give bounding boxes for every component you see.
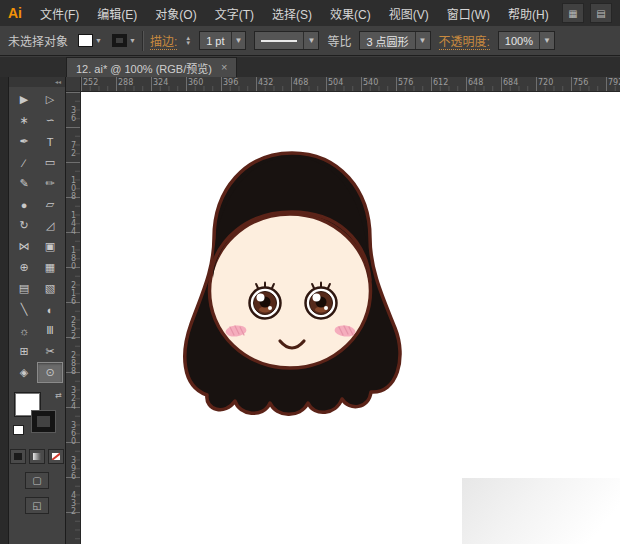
tool-artboard[interactable]: ⊞ — [11, 341, 37, 362]
tool-lasso[interactable]: ∽ — [37, 110, 63, 131]
selection-status: 未选择对象 — [8, 32, 68, 49]
tools-panel-header[interactable]: ◂◂ — [9, 77, 65, 87]
control-bar: 未选择对象 ▼ ▼ 描边: ▲ ▼ 1 pt ▼ ▼ 等比 3 点圆形 ▼ — [0, 26, 620, 56]
tool-width[interactable]: ⋈ — [11, 236, 37, 257]
tool-type[interactable]: T — [37, 131, 63, 152]
stroke-proxy-swatch[interactable] — [32, 411, 55, 432]
canvas[interactable] — [81, 92, 620, 544]
menu-edit[interactable]: 编辑(E) — [88, 0, 146, 26]
menu-bar: Ai 文件(F)编辑(E)对象(O)文字(T)选择(S)效果(C)视图(V)窗口… — [0, 0, 620, 27]
tool-rectangle[interactable]: ▭ — [37, 152, 63, 173]
stroke-width-stepper[interactable]: ▲ ▼ — [185, 36, 191, 46]
opacity-value: 100% — [505, 35, 533, 47]
menu-file[interactable]: 文件(F) — [31, 0, 88, 26]
gradient-button[interactable] — [29, 449, 45, 464]
stroke-swatch-control[interactable]: ▼ — [112, 34, 136, 47]
tool-zoom[interactable]: ⊙ — [37, 362, 63, 383]
tool-perspective-grid[interactable]: ▦ — [37, 257, 63, 278]
default-fill-stroke-icon[interactable] — [13, 425, 24, 435]
tool-magic-wand[interactable]: ∗ — [11, 110, 37, 131]
tool-slice[interactable]: ✂ — [37, 341, 63, 362]
gradient-icon — [33, 453, 41, 460]
workspace-switcher-icon[interactable]: ▦ — [562, 3, 584, 23]
swap-fill-stroke-icon[interactable]: ⇄ — [55, 391, 62, 400]
chevron-down-icon[interactable]: ▼ — [303, 32, 318, 49]
stroke-color-swatch[interactable] — [112, 34, 127, 47]
fill-swatch-control[interactable]: ▼ — [78, 34, 102, 47]
tool-pen[interactable]: ✒ — [11, 131, 37, 152]
document-tab[interactable]: 12. ai* @ 100% (RGB/预览) × — [66, 57, 237, 77]
tool-hand[interactable]: ◈ — [11, 362, 37, 383]
menu-type[interactable]: 文字(T) — [206, 0, 263, 26]
hruler-label: 648 — [468, 78, 483, 87]
menu-object[interactable]: 对象(O) — [146, 0, 205, 26]
hruler-label: 756 — [573, 78, 588, 87]
tool-direct-selection[interactable]: ▷ — [37, 89, 63, 110]
tool-selection[interactable]: ▶ — [11, 89, 37, 110]
tool-free-transform[interactable]: ▣ — [37, 236, 63, 257]
tool-eraser[interactable]: ▱ — [37, 194, 63, 215]
vruler-label: 36 — [69, 106, 78, 122]
width-profile-dropdown[interactable]: ▼ — [254, 31, 319, 50]
fill-color-swatch[interactable] — [78, 34, 93, 47]
tool-symbol-sprayer[interactable]: ☼ — [11, 320, 37, 341]
ruler-origin-corner[interactable] — [66, 77, 81, 92]
panel-toggle-icon[interactable]: ▤ — [590, 3, 612, 23]
stroke-width-dropdown[interactable]: 1 pt ▼ — [199, 31, 246, 50]
vruler-label: 144 — [69, 211, 78, 235]
hruler-label: 540 — [363, 78, 378, 87]
chevron-down-icon[interactable]: ▼ — [415, 32, 430, 49]
tool-blend[interactable]: ◐ — [37, 299, 63, 320]
illustrator-window: Ai 文件(F)编辑(E)对象(O)文字(T)选择(S)效果(C)视图(V)窗口… — [0, 0, 620, 544]
vruler-label: 216 — [69, 281, 78, 305]
tool-shape-builder[interactable]: ⊕ — [11, 257, 37, 278]
chevron-down-icon[interactable]: ▼ — [95, 37, 102, 44]
collapse-panel-icon[interactable]: ◂◂ — [55, 79, 61, 85]
menu-view[interactable]: 视图(V) — [380, 0, 438, 26]
tool-rotate[interactable]: ↻ — [11, 215, 37, 236]
chevron-down-icon[interactable]: ▼ — [539, 32, 554, 49]
tool-scale[interactable]: ◿ — [37, 215, 63, 236]
tool-column-graph[interactable]: Ⅲ — [37, 320, 63, 341]
opacity-panel-link[interactable]: 不透明度: — [439, 32, 490, 50]
tool-paintbrush[interactable]: ✎ — [11, 173, 37, 194]
opacity-dropdown[interactable]: 100% ▼ — [498, 31, 555, 50]
vertical-ruler[interactable]: 3672108144180216252288324360396432 — [66, 92, 81, 544]
tool-eyedropper[interactable]: ╲ — [11, 299, 37, 320]
menu-help[interactable]: 帮助(H) — [499, 0, 558, 26]
document-area: 2522883243603964324685045405766126486847… — [66, 77, 620, 544]
menu-items: 文件(F)编辑(E)对象(O)文字(T)选择(S)效果(C)视图(V)窗口(W)… — [31, 0, 558, 26]
draw-normal-icon: ▢ — [32, 475, 41, 486]
menu-effect[interactable]: 效果(C) — [321, 0, 380, 26]
document-tab-bar: 12. ai* @ 100% (RGB/预览) × — [0, 57, 620, 77]
document-tab-title: 12. ai* @ 100% (RGB/预览) — [76, 60, 212, 76]
screen-mode-button[interactable]: ◱ — [25, 497, 49, 514]
tool-blob-brush[interactable]: ● — [11, 194, 37, 215]
hruler-label: 396 — [223, 78, 238, 87]
menu-window[interactable]: 窗口(W) — [438, 0, 499, 26]
close-icon[interactable]: × — [221, 62, 227, 73]
vruler-label: 252 — [69, 316, 78, 340]
tools-grid: ▶▷∗∽✒T∕▭✎✏●▱↻◿⋈▣⊕▦▤▧╲◐☼Ⅲ⊞✂◈⊙ — [11, 89, 63, 383]
chevron-down-icon[interactable]: ▼ — [231, 32, 246, 49]
hruler-label: 288 — [118, 78, 133, 87]
vruler-label: 288 — [69, 351, 78, 375]
tool-mesh[interactable]: ▤ — [11, 278, 37, 299]
hruler-label: 360 — [188, 78, 203, 87]
none-button[interactable] — [48, 449, 64, 464]
color-button[interactable] — [10, 449, 26, 464]
brush-definition-dropdown[interactable]: 3 点圆形 ▼ — [359, 31, 430, 50]
horizontal-ruler[interactable]: 2522883243603964324685045405766126486847… — [81, 77, 620, 92]
vruler-label: 108 — [69, 176, 78, 200]
tool-gradient[interactable]: ▧ — [37, 278, 63, 299]
stroke-panel-link[interactable]: 描边: — [150, 32, 177, 50]
hruler-label: 684 — [503, 78, 518, 87]
artwork-girl[interactable] — [173, 148, 413, 432]
draw-mode-button[interactable]: ▢ — [25, 472, 49, 489]
vruler-label: 432 — [69, 491, 78, 515]
tool-pencil[interactable]: ✏ — [37, 173, 63, 194]
menu-select[interactable]: 选择(S) — [263, 0, 321, 26]
stepper-down-icon[interactable]: ▼ — [185, 41, 191, 46]
tool-line-segment[interactable]: ∕ — [11, 152, 37, 173]
chevron-down-icon[interactable]: ▼ — [129, 37, 136, 44]
